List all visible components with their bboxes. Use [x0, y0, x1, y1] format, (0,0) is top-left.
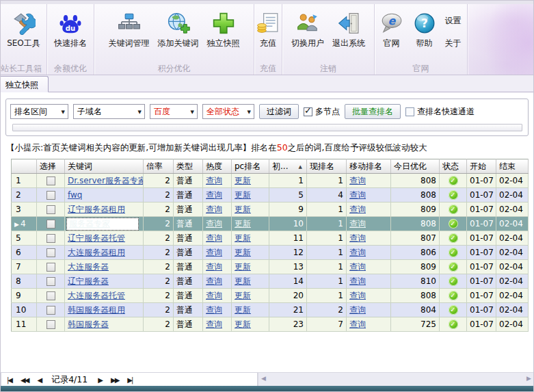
heat-query-link[interactable]: 查询	[206, 262, 222, 272]
keyword-manage-button[interactable]: 关键词管理	[105, 8, 154, 51]
mobile-query-link[interactable]: 查询	[349, 262, 366, 272]
heat-cell[interactable]: 查询	[203, 317, 232, 332]
mobile-rank-cell[interactable]: 查询	[347, 174, 391, 188]
keyword-link[interactable]: fwq	[68, 190, 82, 200]
heat-cell[interactable]: 查询	[203, 303, 232, 317]
nav-next-page-button[interactable]: ▶▶	[111, 376, 118, 384]
row-checkbox[interactable]	[46, 191, 55, 200]
nav-prev-button[interactable]: ◀	[37, 376, 41, 384]
heat-query-link[interactable]: 查询	[206, 176, 222, 185]
keyword-link[interactable]: 韩国服务器租用	[68, 305, 125, 315]
official-site-button[interactable]: e 官网	[375, 8, 408, 51]
mobile-rank-cell[interactable]: 查询	[347, 231, 391, 246]
pc-rank-update-link[interactable]: 更新	[235, 248, 251, 257]
hscroll-right-button[interactable]: ▶	[526, 375, 531, 382]
row-select-cell[interactable]	[37, 246, 65, 260]
keyword-cell[interactable]: 辽宁服务器	[65, 274, 144, 289]
heat-cell[interactable]: 查询	[203, 274, 232, 289]
heat-cell[interactable]: 查询	[203, 246, 232, 260]
row-select-cell[interactable]	[37, 303, 65, 317]
heat-cell[interactable]: 查询	[203, 174, 232, 188]
keyword-cell[interactable]: 大连服务器托管	[65, 289, 144, 303]
mobile-query-link[interactable]: 查询	[349, 205, 366, 214]
heat-query-link[interactable]: 查询	[206, 319, 222, 329]
mobile-rank-cell[interactable]: 查询	[347, 260, 391, 274]
heat-query-link[interactable]: 查询	[206, 276, 222, 286]
mobile-rank-cell[interactable]: 查询	[347, 217, 391, 231]
rank-range-dropdown[interactable]: 排名区间 ▼	[10, 104, 68, 119]
heat-cell[interactable]: 查询	[203, 188, 232, 202]
col-current-rank[interactable]: 现排名	[307, 159, 347, 174]
row-select-cell[interactable]	[37, 274, 65, 289]
seo-tools-button[interactable]: SEO工具	[3, 8, 44, 51]
heat-cell[interactable]: 查询	[203, 260, 232, 274]
keyword-link[interactable]: 大连服务器租用	[68, 248, 125, 257]
col-keyword[interactable]: 关键词	[65, 159, 144, 174]
keyword-cell[interactable]: fwq	[65, 188, 144, 202]
keyword-cell[interactable]: Dr.server服务器专家	[65, 174, 144, 188]
heat-cell[interactable]: 查询	[203, 217, 232, 231]
col-mobile-rank[interactable]: 移动排名	[347, 159, 391, 174]
filter-word-button[interactable]: 过滤词	[259, 104, 299, 119]
heat-query-link[interactable]: 查询	[206, 190, 222, 200]
pc-rank-cell[interactable]: 更新	[232, 202, 269, 217]
keyword-link[interactable]: 大连服务器托管	[68, 291, 125, 300]
row-checkbox[interactable]	[46, 177, 55, 185]
col-today-optimize[interactable]: 今日优化	[391, 159, 440, 174]
col-type[interactable]: 类型	[174, 159, 203, 174]
pc-rank-update-link[interactable]: 更新	[235, 205, 251, 214]
add-keyword-button[interactable]: 添加关键词	[154, 8, 203, 51]
keyword-cell[interactable]: 大连服务器租用	[65, 246, 144, 260]
row-select-cell[interactable]	[37, 188, 65, 202]
status-dropdown[interactable]: 全部状态 ▼	[202, 104, 254, 119]
pc-rank-update-link[interactable]: 更新	[235, 305, 251, 315]
search-engine-dropdown[interactable]: 百度 ▼	[150, 104, 198, 119]
table-row[interactable]: 2 fwq 2 普通 查询 更新 5 4 查询 808 01-07 02-04	[12, 188, 529, 202]
pc-rank-cell[interactable]: 更新	[232, 217, 269, 231]
pc-rank-cell[interactable]: 更新	[232, 246, 269, 260]
table-row[interactable]: 7 大连服务器 2 普通 查询 更新 13 1 查询 809 01-07 02-…	[12, 260, 529, 274]
standalone-snapshot-button[interactable]: 独立快照	[203, 8, 244, 51]
keyword-link[interactable]: 大连服务器	[68, 262, 109, 272]
row-select-cell[interactable]	[37, 217, 65, 231]
switch-user-button[interactable]: 切换用户	[287, 8, 328, 51]
table-row[interactable]: 11 韩国服务器 2 普通 查询 更新 23 7 查询 725 01-07 02…	[12, 317, 529, 332]
keyword-link[interactable]: Dr.server服务器专家	[68, 176, 144, 185]
mobile-query-link[interactable]: 查询	[349, 248, 366, 257]
mobile-rank-cell[interactable]: 查询	[347, 202, 391, 217]
mobile-query-link[interactable]: 查询	[349, 233, 366, 243]
heat-cell[interactable]: 查询	[203, 202, 232, 217]
mobile-rank-cell[interactable]: 查询	[347, 188, 391, 202]
heat-query-link[interactable]: 查询	[206, 205, 222, 214]
table-row[interactable]: 5 辽宁服务器托管 2 普通 查询 更新 11 1 查询 807 01-07 0…	[12, 231, 529, 246]
pc-rank-cell[interactable]: 更新	[232, 188, 269, 202]
table-row[interactable]: 1 Dr.server服务器专家 2 普通 查询 更新 1 1 查询 808 0…	[12, 174, 529, 188]
keyword-cell[interactable]: 韩国服务器	[65, 317, 144, 332]
mobile-query-link[interactable]: 查询	[349, 190, 366, 200]
row-select-cell[interactable]	[37, 289, 65, 303]
exit-system-button[interactable]: 退出系统	[328, 8, 369, 51]
nav-next-button[interactable]: ▶	[98, 376, 102, 384]
row-checkbox[interactable]	[46, 306, 55, 315]
heat-query-link[interactable]: 查询	[206, 291, 222, 300]
about-button[interactable]: 关于	[442, 37, 464, 50]
batch-rank-query-button[interactable]: 批量查排名	[345, 104, 401, 119]
keyword-cell[interactable]: 韩国服务器租用	[65, 303, 144, 317]
row-checkbox[interactable]	[46, 320, 55, 329]
keyword-link[interactable]: 辽宁服务器	[68, 276, 109, 286]
row-checkbox[interactable]	[46, 220, 55, 228]
keyword-link[interactable]: 辽宁服务器托管	[68, 233, 125, 243]
settings-button[interactable]: 设置	[442, 14, 464, 27]
pc-rank-cell[interactable]: 更新	[232, 303, 269, 317]
multi-node-checkbox[interactable]: 多节点	[304, 106, 340, 118]
row-checkbox[interactable]	[46, 277, 55, 286]
keyword-cell[interactable]: 大连服务器	[65, 260, 144, 274]
mobile-query-link[interactable]: 查询	[349, 291, 366, 300]
row-select-cell[interactable]	[37, 202, 65, 217]
col-rate[interactable]: 倍率	[144, 159, 174, 174]
keyword-cell[interactable]: 辽宁服务器托管	[65, 231, 144, 246]
row-checkbox[interactable]	[46, 291, 55, 300]
mobile-rank-cell[interactable]: 查询	[347, 246, 391, 260]
mobile-rank-cell[interactable]: 查询	[347, 274, 391, 289]
row-checkbox[interactable]	[46, 234, 55, 243]
